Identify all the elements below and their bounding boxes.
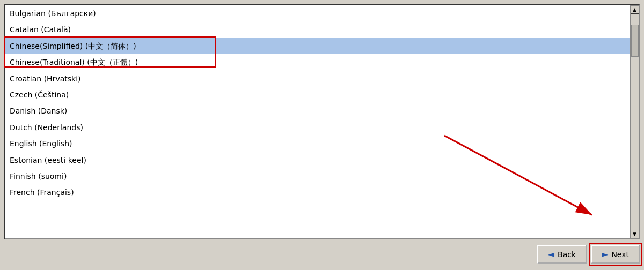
language-item-danish[interactable]: Danish (Dansk) [5, 103, 630, 119]
language-item-catalan[interactable]: Catalan (Català) [5, 21, 630, 38]
language-list-container: Bulgarian (Български)Catalan (Català)Chi… [4, 4, 640, 239]
scrollbar[interactable]: ▲ ▼ [630, 5, 639, 238]
next-button[interactable]: ► Next [591, 245, 640, 264]
back-arrow-icon: ◄ [548, 249, 554, 259]
bottom-bar: ◄ Back ► Next [4, 243, 640, 266]
overlay-container: Bulgarian (Български)Catalan (Català)Chi… [4, 4, 640, 239]
scrollbar-thumb[interactable] [631, 25, 639, 57]
language-item-bulgarian[interactable]: Bulgarian (Български) [5, 5, 630, 21]
next-arrow-icon: ► [602, 249, 608, 259]
language-item-estonian[interactable]: Estonian (eesti keel) [5, 152, 630, 168]
language-item-english[interactable]: English (English) [5, 136, 630, 152]
language-item-czech[interactable]: Czech (Čeština) [5, 87, 630, 103]
back-label: Back [558, 250, 576, 259]
language-item-chinese-traditional[interactable]: Chinese(Traditional) (中文（正體）) [5, 54, 630, 70]
scroll-down-button[interactable]: ▼ [631, 230, 639, 238]
language-item-french[interactable]: French (Français) [5, 184, 630, 200]
language-list-scroll[interactable]: Bulgarian (Български)Catalan (Català)Chi… [5, 5, 630, 238]
main-container: Bulgarian (Български)Catalan (Català)Chi… [0, 0, 644, 270]
language-item-croatian[interactable]: Croatian (Hrvatski) [5, 71, 630, 87]
scroll-up-button[interactable]: ▲ [631, 5, 639, 14]
scrollbar-track[interactable] [631, 14, 639, 230]
language-item-finnish[interactable]: Finnish (suomi) [5, 168, 630, 184]
next-label: Next [611, 250, 629, 259]
language-item-chinese-simplified[interactable]: Chinese(Simplified) (中文（简体）) [5, 38, 630, 54]
language-item-dutch[interactable]: Dutch (Nederlands) [5, 119, 630, 136]
back-button[interactable]: ◄ Back [537, 245, 587, 264]
